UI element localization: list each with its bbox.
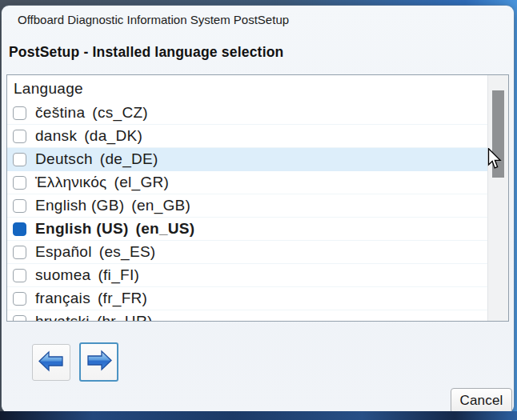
language-checkbox[interactable] [13,153,26,166]
window-title: Offboard Diagnostic Information System P… [18,13,289,26]
language-locale-code: (el_GR) [114,174,170,191]
language-row[interactable]: Deutsch (de_DE) [7,148,508,171]
language-row[interactable]: English (US) (en_US) [7,218,508,241]
language-row[interactable]: Ἑλληνικός (el_GR) [7,171,508,194]
language-row[interactable]: English (GB) (en_GB) [7,194,508,218]
language-checkbox[interactable] [13,176,26,190]
desktop-background-strip [0,411,517,420]
language-checkbox[interactable] [13,106,26,120]
language-checkbox[interactable] [13,130,26,143]
language-checkbox[interactable] [13,315,26,322]
language-name: français [35,290,90,307]
forward-button[interactable] [79,342,118,382]
language-locale-code: (en_GB) [131,197,190,214]
language-name: suomea [35,266,90,284]
language-row[interactable]: français (fr_FR) [7,287,508,310]
language-row[interactable]: hrvatski (hr_HR) [7,310,508,322]
language-checkbox[interactable] [13,199,26,213]
language-row[interactable]: Español (es_ES) [7,241,508,264]
cancel-button[interactable]: Cancel [451,388,512,414]
language-name: Ἑλληνικός [35,174,107,191]
language-name: dansk [35,127,77,145]
language-list: Language čeština (cs_CZ) dansk (da_DK) D… [6,74,509,322]
language-locale-code: (de_DE) [100,150,158,168]
page-title: PostSetup - Installed language selection [9,44,283,61]
language-row[interactable]: suomea (fi_FI) [7,264,508,287]
title-bar: Offboard Diagnostic Information System P… [2,6,514,34]
language-checkbox[interactable] [13,292,26,306]
language-name: hrvatski [35,313,90,322]
language-checkbox[interactable] [13,246,26,259]
language-locale-code: (en_US) [136,220,195,238]
language-name: English (US) [35,220,129,238]
language-name: Español [35,243,92,261]
language-checkbox[interactable] [13,222,26,236]
language-name: English (GB) [35,197,124,214]
language-name: Deutsch [35,150,93,168]
back-button[interactable] [32,344,70,381]
language-locale-code: (es_ES) [99,243,156,261]
language-locale-code: (fr_FR) [98,290,147,307]
forward-arrow-icon [86,350,112,374]
language-column-header: Language [7,75,508,102]
language-locale-code: (cs_CZ) [92,104,148,122]
language-locale-code: (hr_HR) [97,313,153,322]
back-arrow-icon [38,350,64,375]
language-checkbox[interactable] [13,269,26,282]
language-locale-code: (da_DK) [84,127,142,145]
language-row[interactable]: dansk (da_DK) [7,125,508,148]
scrollbar-thumb[interactable] [492,90,504,178]
language-locale-code: (fi_FI) [98,266,139,284]
language-name: čeština [35,104,85,122]
scrollbar-track[interactable] [487,75,508,321]
language-row[interactable]: čeština (cs_CZ) [7,102,508,125]
postsetup-dialog: Offboard Diagnostic Information System P… [2,6,514,413]
language-rows: čeština (cs_CZ) dansk (da_DK) Deutsch (d… [7,102,508,322]
